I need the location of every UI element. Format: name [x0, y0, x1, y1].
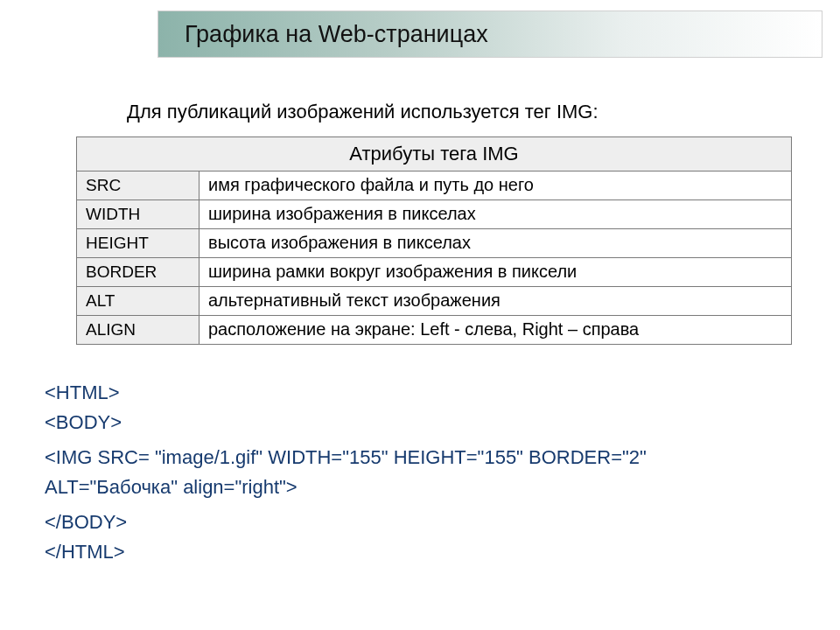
table-row: SRC имя графического файла и путь до нег… [77, 172, 792, 200]
code-line: <IMG SRC= "image/1.gif" WIDTH="155" HEIG… [45, 443, 647, 472]
code-line: </BODY> [45, 508, 647, 537]
code-line: </HTML> [45, 537, 647, 567]
attr-desc: ширина рамки вокруг изображения в пиксел… [200, 258, 792, 287]
attr-desc: альтернативный текст изображения [200, 287, 792, 316]
intro-text: Для публикаций изображений используется … [127, 101, 598, 123]
attr-name: WIDTH [77, 200, 200, 229]
attributes-table: Атрибуты тега IMG SRC имя графического ф… [76, 136, 792, 345]
attr-desc: имя графического файла и путь до него [200, 172, 792, 200]
table-row: HEIGHT высота изображения в пикселах [77, 229, 792, 258]
code-example: <HTML> <BODY> <IMG SRC= "image/1.gif" WI… [45, 378, 647, 568]
table-row: ALIGN расположение на экране: Left - сле… [77, 316, 792, 345]
table-header: Атрибуты тега IMG [77, 137, 792, 172]
attr-name: SRC [77, 172, 200, 200]
table-header-row: Атрибуты тега IMG [77, 137, 792, 172]
table-row: ALT альтернативный текст изображения [77, 287, 792, 316]
table-row: WIDTH ширина изображения в пикселах [77, 200, 792, 229]
table-row: BORDER ширина рамки вокруг изображения в… [77, 258, 792, 287]
attr-desc: расположение на экране: Left - слева, Ri… [200, 316, 792, 345]
page-title-banner: Графика на Web-страницах [158, 10, 822, 58]
attr-name: ALIGN [77, 316, 200, 345]
attr-desc: высота изображения в пикселах [200, 229, 792, 258]
attr-name: ALT [77, 287, 200, 316]
attr-desc: ширина изображения в пикселах [200, 200, 792, 229]
code-line: <BODY> [45, 408, 647, 438]
attr-name: HEIGHT [77, 229, 200, 258]
page-title: Графика на Web-страницах [185, 21, 488, 48]
attr-name: BORDER [77, 258, 200, 287]
code-line: <HTML> [45, 378, 647, 408]
code-line: ALT="Бабочка" align="right"> [45, 472, 647, 502]
